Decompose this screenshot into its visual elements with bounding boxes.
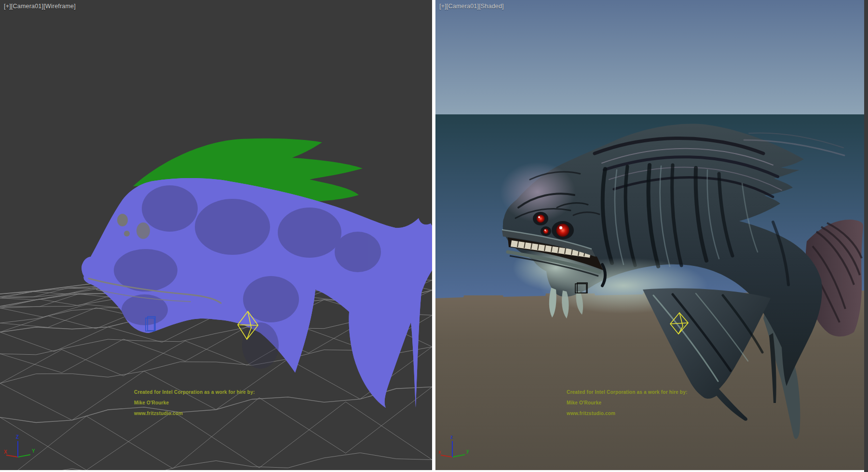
attribution-line1: Created for Intel Corporation as a work … bbox=[134, 389, 293, 395]
viewport-splitter-vertical[interactable] bbox=[432, 0, 435, 472]
attribution-line3: www.fritzstudio.com bbox=[567, 411, 726, 416]
viewport-shaded[interactable]: x y z [+][Camera01][Shaded] Created for … bbox=[435, 0, 864, 470]
attribution-line2: Mike O'Rourke bbox=[567, 400, 726, 405]
svg-text:Z: Z bbox=[16, 434, 19, 440]
svg-text:X: X bbox=[4, 449, 7, 455]
eye-small bbox=[537, 215, 545, 223]
attribution-line1: Created for Intel Corporation as a work … bbox=[567, 389, 726, 395]
scene-attribution-text: Created for Intel Corporation as a work … bbox=[134, 384, 293, 421]
svg-text:x: x bbox=[438, 449, 441, 455]
dual-viewport-canvas: X Y Z [+][Camera01][Wireframe] Created f… bbox=[0, 0, 868, 472]
viewport-splitter-horizontal[interactable] bbox=[0, 470, 864, 472]
viewport-label-shaded[interactable]: [+][Camera01][Shaded] bbox=[439, 3, 504, 10]
eye-tiny bbox=[543, 229, 549, 234]
viewport-label-wireframe[interactable]: [+][Camera01][Wireframe] bbox=[4, 3, 76, 10]
attribution-line3: www.fritzstudio.com bbox=[134, 411, 293, 416]
svg-text:y: y bbox=[466, 448, 469, 454]
svg-text:Y: Y bbox=[32, 448, 35, 454]
right-edge-gutter bbox=[864, 0, 868, 472]
viewport-wireframe[interactable]: X Y Z [+][Camera01][Wireframe] Created f… bbox=[0, 0, 432, 470]
attribution-line2: Mike O'Rourke bbox=[134, 400, 293, 405]
eye-large bbox=[556, 224, 570, 237]
scene-attribution-text: Created for Intel Corporation as a work … bbox=[567, 384, 726, 421]
svg-text:z: z bbox=[450, 434, 453, 440]
sky-background bbox=[435, 0, 864, 115]
